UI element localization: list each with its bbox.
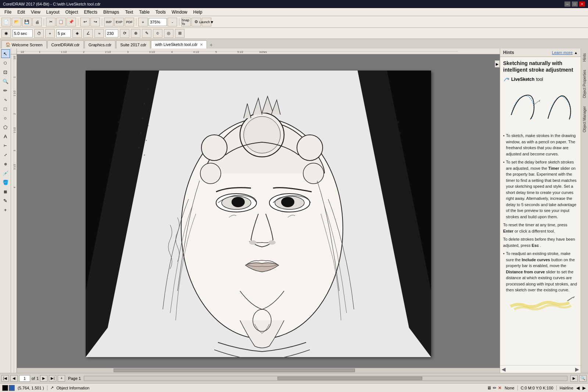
export-button[interactable]: EXP <box>114 18 124 26</box>
menu-text[interactable]: Text <box>122 9 136 15</box>
copy-button[interactable]: 📋 <box>56 18 66 26</box>
cut-button[interactable]: ✂ <box>46 18 55 26</box>
connector-tool[interactable]: ⤢ <box>1 150 10 159</box>
stroke-color-swatch[interactable] <box>9 385 15 391</box>
fill-tool[interactable]: 🪣 <box>1 178 10 187</box>
polygon-tool[interactable]: ⬠ <box>1 123 10 132</box>
text-tool[interactable]: A <box>1 132 10 141</box>
horizontal-scrollbar[interactable] <box>84 376 567 381</box>
tab-graphics[interactable]: Graphics.cdr <box>85 40 115 48</box>
menu-help[interactable]: Help <box>190 9 205 15</box>
node-tool[interactable]: ⬡ <box>1 58 10 67</box>
angle-input[interactable] <box>105 29 118 37</box>
size-input[interactable] <box>56 29 71 37</box>
menu-table[interactable]: Table <box>136 9 153 15</box>
angle-icon[interactable]: ∠ <box>83 29 93 38</box>
launch-button[interactable]: Launch ▼ <box>202 18 211 26</box>
zoom-out-button[interactable]: - <box>168 18 177 26</box>
timer-input[interactable] <box>12 29 33 37</box>
launch-dropdown-icon[interactable]: ▼ <box>210 20 214 24</box>
eyedropper-tool[interactable]: 💉 <box>1 169 10 177</box>
add-tool-btn[interactable]: + <box>1 205 10 214</box>
freehand-tool[interactable]: ✏ <box>1 86 10 95</box>
include-curves-button[interactable]: © <box>153 29 162 38</box>
menu-tools[interactable]: Tools <box>153 9 169 15</box>
timer-adjust-button[interactable]: ⏱ <box>34 29 44 38</box>
nib-icon[interactable]: ✏ <box>493 385 496 391</box>
menu-layout[interactable]: Layout <box>43 9 62 15</box>
menu-object[interactable]: Object <box>62 9 81 15</box>
snap-to-button[interactable]: Snap To <box>181 18 191 26</box>
h-scroll-thumb[interactable] <box>277 377 422 380</box>
add-page-button[interactable]: + <box>58 375 65 382</box>
select-tool[interactable]: ↖ <box>1 49 10 58</box>
interactive-fill-tool[interactable]: ▦ <box>1 187 10 196</box>
monitor-icon[interactable]: 🖥 <box>487 385 491 391</box>
maximize-button[interactable]: □ <box>572 1 578 7</box>
size-plus-button[interactable]: + <box>45 29 55 38</box>
h-scrollbar-thumb[interactable] <box>114 368 355 372</box>
hints-scroll-up[interactable]: ▲ <box>574 51 578 55</box>
tab-suite[interactable]: Suite 2017.cdr <box>116 40 150 48</box>
canvas-background[interactable]: Artwork by Andrew Stacey <box>17 54 500 373</box>
parallel-dim-tool[interactable]: ⊢ <box>1 141 10 150</box>
tool-preset-button[interactable]: ◉ <box>1 29 11 38</box>
crop-tool[interactable]: ⊡ <box>1 68 10 76</box>
ellipse-tool[interactable]: ○ <box>1 114 10 122</box>
fill-color-swatch[interactable] <box>2 385 8 391</box>
rect-tool[interactable]: □ <box>1 104 10 113</box>
blend-tool[interactable]: ⊕ <box>1 159 10 168</box>
zoom-input[interactable] <box>148 18 167 26</box>
tab-close-icon[interactable]: ✕ <box>200 43 203 47</box>
menu-file[interactable]: File <box>1 9 14 15</box>
livesketch-tool-btn[interactable]: ✎ <box>1 196 10 205</box>
canvas-horizontal-scrollbar[interactable] <box>17 368 500 373</box>
learn-more-link[interactable]: Learn more <box>552 50 573 55</box>
size-preset-button[interactable]: ◈ <box>72 29 82 38</box>
print-button[interactable]: 🖨 <box>32 18 42 26</box>
livesketch-opt5[interactable]: ◎ <box>164 29 173 38</box>
tab-coreldraw[interactable]: CorelDRAW.cdr <box>47 40 84 48</box>
tab-welcome[interactable]: 🏠 Welcome Screen <box>1 40 47 48</box>
menu-edit[interactable]: Edit <box>14 9 28 15</box>
x-icon[interactable]: ✕ <box>498 385 502 391</box>
tab-livesketch[interactable]: with LiveSketch tool.cdr ✕ <box>151 40 207 48</box>
livesketch-opt1[interactable]: ⟳ <box>120 29 129 38</box>
nav-forward-button[interactable]: ▶ <box>582 385 586 391</box>
zoom-tool[interactable]: 🔍 <box>1 77 10 86</box>
hints-scroll-left[interactable]: ◀ <box>502 366 506 372</box>
nav-back-button[interactable]: ◀ <box>576 385 580 391</box>
smart-draw-tool[interactable]: ∿ <box>1 95 10 104</box>
last-page-button[interactable]: ▶| <box>49 375 56 382</box>
livesketch-opt3[interactable]: ✎ <box>142 29 151 38</box>
zoom-page-button[interactable]: 🔍 <box>579 375 587 382</box>
prev-page-button[interactable]: ◀ <box>10 375 18 382</box>
object-properties-tab[interactable]: Object Properties <box>581 66 588 101</box>
save-button[interactable]: 💾 <box>22 18 32 26</box>
close-button[interactable]: ✕ <box>579 1 585 7</box>
menu-window[interactable]: Window <box>169 9 190 15</box>
zoom-in-button[interactable]: + <box>138 18 148 26</box>
livesketch-opt2[interactable]: ⊕ <box>131 29 140 38</box>
object-manager-tab[interactable]: Object Manager <box>581 103 588 136</box>
minimize-button[interactable]: ─ <box>564 1 570 7</box>
menu-effects[interactable]: Effects <box>81 9 100 15</box>
canvas-container[interactable]: 1/2 1 1 1/2 2 2 1/2 3 3 1/2 4 4 1/2 5 5 … <box>11 48 500 373</box>
livesketch-opt6[interactable]: ⊞ <box>175 29 184 38</box>
pdf-button[interactable]: PDF <box>125 18 134 26</box>
hints-tab-vertical[interactable]: Hints <box>581 50 588 65</box>
next-page-button[interactable]: ▶ <box>40 375 47 382</box>
scroll-right-button[interactable]: ▶ <box>570 375 578 382</box>
hints-scroll-right[interactable]: ▶ <box>575 366 579 372</box>
panel-collapse-button[interactable]: ▶ <box>495 60 500 68</box>
import-button[interactable]: IMP <box>104 18 114 26</box>
page-number-input[interactable] <box>19 375 30 382</box>
add-tab-button[interactable]: + <box>208 41 215 48</box>
menu-view[interactable]: View <box>28 9 43 15</box>
redo-button[interactable]: ↪ <box>90 18 100 26</box>
new-button[interactable]: 📄 <box>1 18 11 26</box>
undo-button[interactable]: ↩ <box>80 18 90 26</box>
open-button[interactable]: 📂 <box>12 18 21 26</box>
menu-bitmaps[interactable]: Bitmaps <box>100 9 122 15</box>
first-page-button[interactable]: |◀ <box>1 375 9 382</box>
